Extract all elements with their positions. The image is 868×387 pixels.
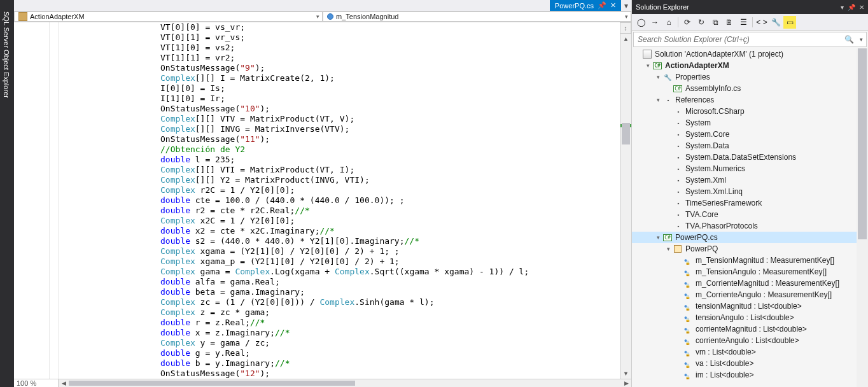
tree-node[interactable]: Solution 'ActionAdapterXM' (1 project) <box>632 48 868 60</box>
tabs-dropdown[interactable]: ▾ <box>621 0 631 11</box>
tree-node[interactable]: corrienteMagnitud : List<double> <box>632 323 868 335</box>
scroll-thumb[interactable] <box>622 123 630 144</box>
tree-node[interactable]: tensionAngulo : List<double> <box>632 312 868 323</box>
hscroll-thumb[interactable] <box>69 381 355 386</box>
zoom-level[interactable]: 100 % <box>14 379 59 387</box>
tree-node[interactable]: ▾References <box>632 94 868 106</box>
toolbar-wrench-button[interactable]: 🔧 <box>769 16 782 29</box>
code-surface[interactable]: VT[0][0] = vs_vr;VT[0][1] = vr_vs;VT[1][… <box>59 22 620 379</box>
close-panel-icon[interactable]: ✕ <box>859 4 864 11</box>
ref-icon <box>662 95 673 104</box>
tree-node[interactable]: m_CorrienteMagnitud : MeasurementKey[] <box>632 278 868 289</box>
toolbar-preview-button[interactable]: ▭ <box>783 16 796 29</box>
expander-icon[interactable]: ▾ <box>654 74 662 80</box>
tree-node[interactable]: m_TensionMagnitud : MeasurementKey[] <box>632 255 868 266</box>
field-icon <box>683 290 693 299</box>
expander-icon[interactable]: ▾ <box>664 246 673 252</box>
tree-node-label: System.Xml <box>685 176 726 185</box>
search-bar[interactable]: 🔍 ▾ <box>633 32 867 47</box>
editor-area: PowerPQ.cs 📌 ✕ ▾ ActionAdapterXM m_Tensi… <box>14 0 631 387</box>
expander-icon[interactable]: ▾ <box>654 97 662 103</box>
scroll-down-icon[interactable]: ▼ <box>620 369 631 379</box>
pin-icon[interactable]: 📌 <box>598 1 606 10</box>
tree-node[interactable]: ▾PowerPQ.cs <box>632 232 868 243</box>
tree-node[interactable]: TVA.Core <box>632 209 868 220</box>
autohide-icon[interactable]: 📌 <box>848 4 855 11</box>
tree-node[interactable]: TimeSeriesFramework <box>632 197 868 209</box>
expander-icon[interactable]: ▾ <box>643 62 652 69</box>
tree-node[interactable]: corrienteAngulo : List<double> <box>632 335 868 346</box>
asm-icon <box>673 130 683 139</box>
solution-tree[interactable]: Solution 'ActionAdapterXM' (1 project)▾A… <box>632 48 868 387</box>
toolbar-collapse-button[interactable]: ⧉ <box>709 16 722 29</box>
toolbar-code-button[interactable]: < > <box>755 16 768 29</box>
tree-node-label: tensionMagnitud : List<double> <box>696 302 802 311</box>
asm-icon <box>673 210 683 219</box>
scroll-up-icon[interactable]: ▲ <box>620 34 631 44</box>
cs-icon <box>673 84 683 93</box>
tree-node[interactable]: ▾ActionAdapterXM <box>632 60 868 71</box>
scroll-left-icon[interactable]: ◀ <box>59 380 69 386</box>
tree-node[interactable]: va : List<double> <box>632 358 868 369</box>
vertical-scrollbar[interactable]: ↕ ▲ ▼ <box>620 22 631 379</box>
toolbar-refresh-button[interactable]: ↻ <box>695 16 708 29</box>
sql-server-object-explorer-tab[interactable]: SQL Server Object Explorer <box>0 0 14 387</box>
field-icon <box>683 325 693 334</box>
nav-bar: ActionAdapterXM m_TensionMagnitud <box>14 11 631 22</box>
toolbar-showall-button[interactable]: 🗎 <box>723 16 736 29</box>
asm-icon <box>673 153 683 162</box>
toolbar-sync-button[interactable]: ⟳ <box>681 16 694 29</box>
tree-node[interactable]: m_CorrienteAngulo : MeasurementKey[] <box>632 289 868 300</box>
tree-node[interactable]: tensionMagnitud : List<double> <box>632 300 868 312</box>
tree-node[interactable]: Microsoft.CSharp <box>632 106 868 117</box>
toolbar-home-button[interactable]: ⌂ <box>662 16 675 29</box>
tree-node-label: m_TensionAngulo : MeasurementKey[] <box>696 267 827 276</box>
tree-node[interactable]: System.Xml.Linq <box>632 186 868 197</box>
search-options-icon[interactable]: ▾ <box>856 36 866 43</box>
code-editor[interactable]: VT[0][0] = vs_vr;VT[0][1] = vr_vs;VT[1][… <box>14 22 631 379</box>
type-dropdown[interactable]: ActionAdapterXM <box>14 11 323 22</box>
tab-powerpq[interactable]: PowerPQ.cs 📌 ✕ <box>550 0 621 11</box>
split-handle[interactable]: ↕ <box>620 22 631 34</box>
tree-node[interactable]: vm : List<double> <box>632 346 868 358</box>
tree-node[interactable]: ▾Properties <box>632 71 868 83</box>
hscroll-track[interactable] <box>69 379 621 387</box>
scroll-right-icon[interactable]: ▶ <box>621 380 631 386</box>
tree-node[interactable]: System.Xml <box>632 174 868 186</box>
panel-title: Solution Explorer <box>636 3 837 11</box>
tree-scrollbar[interactable] <box>857 48 868 387</box>
tree-node-label: References <box>675 95 714 104</box>
tree-scroll-thumb[interactable] <box>858 48 867 239</box>
expander-icon[interactable]: ▾ <box>654 234 662 241</box>
tree-node[interactable]: System.Data <box>632 140 868 151</box>
close-icon[interactable]: ✕ <box>610 1 616 10</box>
search-icon[interactable]: 🔍 <box>842 35 856 44</box>
window-options-icon[interactable]: ▾ <box>841 4 844 11</box>
tree-node-label: tensionAngulo : List<double> <box>696 313 794 322</box>
toolbar-separator <box>752 17 753 27</box>
tree-node[interactable]: im : List<double> <box>632 369 868 381</box>
panel-titlebar[interactable]: Solution Explorer ▾ 📌 ✕ <box>632 0 868 14</box>
tree-node[interactable]: System.Numerics <box>632 163 868 174</box>
toolbar-properties-button[interactable]: ☰ <box>737 16 750 29</box>
tree-node-label: TVA.PhasorProtocols <box>685 222 758 230</box>
tree-node[interactable]: System.Core <box>632 129 868 140</box>
field-icon <box>683 267 693 276</box>
search-input[interactable] <box>634 35 842 44</box>
tree-node[interactable]: System.Data.DataSetExtensions <box>632 151 868 163</box>
outline-margin[interactable] <box>50 22 59 379</box>
tree-node[interactable]: AssemblyInfo.cs <box>632 83 868 94</box>
member-dropdown[interactable]: m_TensionMagnitud <box>323 11 631 22</box>
tree-node-label: m_TensionMagnitud : MeasurementKey[] <box>696 256 834 265</box>
toolbar-fwd-button[interactable]: → <box>648 16 661 29</box>
tree-node-label: corrienteMagnitud : List<double> <box>696 325 807 334</box>
solution-explorer-panel: Solution Explorer ▾ 📌 ✕ ◯→⌂⟳↻⧉🗎☰< >🔧▭ 🔍 … <box>631 0 868 387</box>
tree-node-label: System.Data.DataSetExtensions <box>685 153 796 162</box>
tree-node[interactable]: m_TensionAngulo : MeasurementKey[] <box>632 266 868 278</box>
toolbar-back-button[interactable]: ◯ <box>634 16 647 29</box>
tree-node[interactable]: System <box>632 117 868 129</box>
asm-icon <box>673 141 683 150</box>
horizontal-scrollbar[interactable]: 100 % ◀ ▶ <box>14 379 631 387</box>
tree-node[interactable]: ▾PowerPQ <box>632 243 868 255</box>
tree-node[interactable]: TVA.PhasorProtocols <box>632 220 868 232</box>
